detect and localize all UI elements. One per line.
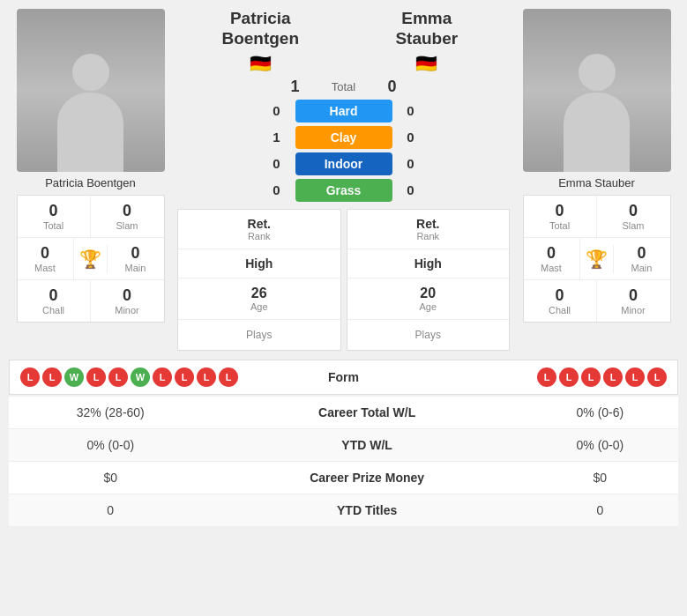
left-minor-label: Minor [97, 305, 158, 315]
right-player-avatar [523, 9, 671, 172]
left-high-value: High [185, 256, 333, 271]
total-score-row: 1 Total 0 [177, 78, 510, 96]
hard-surface-btn: Hard [295, 100, 392, 122]
ytd-titles-left: 0 [9, 494, 213, 526]
left-rank-value: Ret. [185, 217, 333, 231]
clay-surface-btn: Clay [295, 126, 392, 149]
left-total-cell: 0 Total [18, 196, 91, 237]
left-form-badge-8: L [175, 367, 194, 387]
left-main-label: Main [114, 263, 158, 273]
right-player-stats-card: 0 Total 0 Slam 0 Mast 🏆 [523, 195, 671, 323]
left-rank-label: Rank [185, 231, 333, 241]
left-slam-value: 0 [97, 202, 158, 220]
left-slam-cell: 0 Slam [91, 196, 164, 237]
left-player-section: Patricia Boentgen 0 Total 0 Slam 0 [9, 9, 172, 323]
prize-money-row: $0 Career Prize Money $0 [9, 461, 678, 494]
clay-right-score: 0 [398, 130, 424, 145]
right-player-section: Emma Stauber 0 Total 0 Slam 0 M [515, 9, 678, 323]
left-chall-label: Chall [24, 305, 84, 315]
left-main-cell: 0 Main [108, 238, 164, 279]
total-right-score: 0 [379, 78, 406, 96]
ytd-titles-row: 0 YTD Titles 0 [9, 494, 678, 526]
right-player-flag: 🇩🇪 [344, 53, 511, 74]
left-mast-label: Mast [24, 263, 67, 273]
surfaces-container: 0 Hard 0 1 Clay 0 0 Indoor 0 [177, 100, 510, 202]
left-center-card: Ret. Rank High 26 Age Plays [177, 209, 341, 351]
grass-surface-btn: Grass [295, 179, 392, 202]
right-high-value: High [355, 256, 503, 271]
indoor-right-score: 0 [398, 156, 424, 171]
right-center-card: Ret. Rank High 20 Age Plays [347, 209, 511, 351]
left-form-badge-4: L [86, 367, 106, 387]
right-form-badge-4: L [603, 367, 623, 387]
prize-money-right: $0 [522, 461, 678, 494]
career-total-left: 32% (28-60) [9, 397, 213, 429]
right-minor-value: 0 [603, 286, 664, 305]
right-rank-label: Rank [355, 231, 503, 241]
left-form-badge-7: L [153, 367, 172, 387]
ytd-wl-label: YTD W/L [213, 428, 522, 461]
indoor-surface-btn: Indoor [295, 152, 392, 175]
left-player-name-below: Patricia Boentgen [45, 176, 136, 189]
left-chall-value: 0 [24, 286, 84, 305]
career-total-label: Career Total W/L [213, 397, 522, 429]
clay-row: 1 Clay 0 [177, 126, 510, 149]
left-form-badge-10: L [219, 367, 238, 387]
right-form-badge-1: L [537, 367, 556, 387]
left-minor-cell: 0 Minor [91, 280, 164, 322]
left-chall-cell: 0 Chall [18, 280, 91, 322]
right-slam-cell: 0 Slam [597, 196, 670, 237]
center-section: Patricia Boentgen 🇩🇪 Emma Stauber 🇩🇪 1 T… [177, 9, 510, 351]
grass-row: 0 Grass 0 [177, 179, 510, 202]
career-total-row: 32% (28-60) Career Total W/L 0% (0-6) [9, 397, 678, 429]
right-player-name-below: Emma Stauber [558, 176, 635, 189]
prize-money-label: Career Prize Money [213, 461, 522, 494]
left-player-name-top: Patricia Boentgen [177, 9, 344, 49]
hard-row: 0 Hard 0 [177, 100, 510, 122]
right-trophy-icon: 🏆 [580, 245, 614, 273]
bottom-stats-table: 32% (28-60) Career Total W/L 0% (0-6) 0%… [9, 397, 678, 527]
prize-money-left: $0 [9, 461, 213, 494]
left-form-badges: L L W L L W L L L L [20, 367, 300, 387]
left-plays-label: Plays [187, 329, 332, 341]
left-player-flag: 🇩🇪 [177, 53, 344, 74]
right-age-value: 20 [355, 286, 503, 301]
left-minor-value: 0 [97, 286, 158, 305]
indoor-left-score: 0 [264, 156, 290, 171]
right-main-cell: 0 Main [614, 238, 670, 279]
right-rank-value: Ret. [355, 217, 503, 231]
left-player-stats-card: 0 Total 0 Slam 0 Mast 🏆 [17, 195, 165, 323]
right-form-badge-3: L [581, 367, 601, 387]
main-container: Patricia Boentgen 0 Total 0 Slam 0 [0, 0, 687, 536]
right-age-label: Age [355, 301, 503, 312]
right-form-badge-6: L [647, 367, 667, 387]
right-main-value: 0 [620, 244, 664, 263]
left-total-label: Total [24, 220, 84, 231]
right-main-label: Main [620, 263, 664, 273]
left-mast-cell: 0 Mast [18, 238, 74, 279]
left-form-badge-2: L [42, 367, 62, 387]
right-form-badges: L L L L L L [388, 367, 668, 387]
right-player-name-top: Emma Stauber [344, 9, 511, 49]
right-form-badge-5: L [625, 367, 645, 387]
left-age-value: 26 [185, 286, 333, 301]
left-total-value: 0 [24, 202, 84, 220]
form-row: L L W L L W L L L L Form L L L L L L [9, 360, 678, 395]
left-form-badge-6: W [131, 367, 150, 387]
right-chall-value: 0 [530, 286, 590, 305]
left-form-badge-3: W [64, 367, 84, 387]
indoor-row: 0 Indoor 0 [177, 152, 510, 175]
total-label: Total [309, 80, 379, 93]
left-age-label: Age [185, 301, 333, 312]
left-form-badge-9: L [197, 367, 216, 387]
ytd-titles-right: 0 [522, 494, 678, 526]
right-total-value: 0 [530, 202, 590, 220]
center-side-cards: Ret. Rank High 26 Age Plays [177, 209, 510, 351]
left-trophy-icon: 🏆 [74, 245, 108, 273]
right-minor-cell: 0 Minor [597, 280, 670, 322]
left-player-avatar [17, 9, 165, 172]
right-slam-label: Slam [603, 220, 664, 231]
left-main-value: 0 [114, 244, 158, 263]
right-chall-cell: 0 Chall [524, 280, 597, 322]
left-form-badge-1: L [20, 367, 40, 387]
